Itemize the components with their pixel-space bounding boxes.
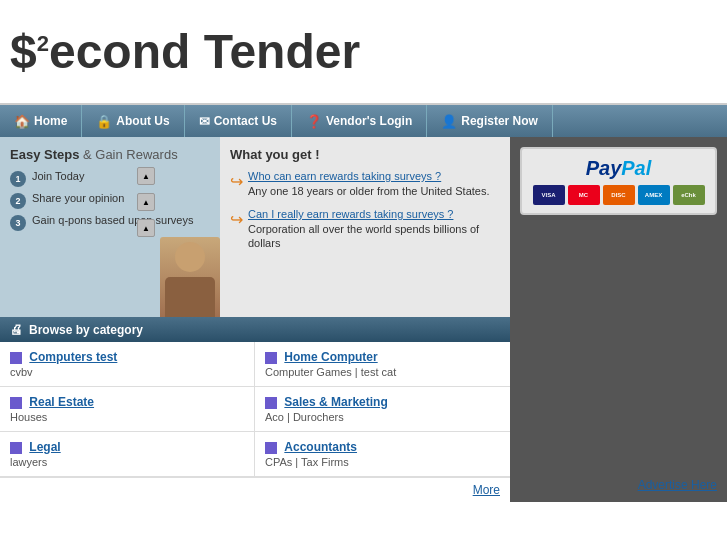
- real-estate-link[interactable]: Real Estate: [29, 395, 94, 409]
- step-1: 1 Join Today: [10, 170, 210, 187]
- browse-icon: 🖨: [10, 322, 23, 337]
- main-content: Easy Steps & Gain Rewards 1 Join Today 2…: [0, 137, 727, 502]
- person-image: [160, 237, 220, 317]
- person-body: [165, 277, 215, 317]
- nav-register[interactable]: 👤 Register Now: [427, 105, 553, 137]
- faq-item-1: ↪ Who can earn rewards taking surveys ? …: [230, 170, 500, 198]
- legal-desc: lawyers: [10, 456, 244, 468]
- faq-1-question[interactable]: Who can earn rewards taking surveys ?: [248, 170, 490, 182]
- navigation: 🏠 Home 🔒 About Us ✉ Contact Us ❓ Vendor'…: [0, 105, 727, 137]
- category-sales-marketing: Sales & Marketing Aco | Durochers: [255, 387, 510, 432]
- category-computers-test: Computers test cvbv: [0, 342, 255, 387]
- faq-2-answer: Corporation all over the world spends bi…: [248, 223, 479, 249]
- logo: $2econd Tender: [10, 28, 360, 76]
- faq-1-content: Who can earn rewards taking surveys ? An…: [248, 170, 490, 198]
- cat-icon-sales: [265, 397, 277, 409]
- computers-test-link[interactable]: Computers test: [29, 350, 117, 364]
- category-home-computer: Home Computer Computer Games | test cat: [255, 342, 510, 387]
- mastercard-icon: MC: [568, 185, 600, 205]
- logo-symbol: $: [10, 25, 37, 78]
- paypal-logo: PayPal: [530, 157, 707, 180]
- cat-icon-home-computer: [265, 352, 277, 364]
- accountants-desc: CPAs | Tax Firms: [265, 456, 500, 468]
- home-icon: 🏠: [14, 114, 30, 129]
- arrow-icon-1: ↪: [230, 172, 243, 191]
- step-2-num: 2: [10, 193, 26, 209]
- category-real-estate: Real Estate Houses: [0, 387, 255, 432]
- category-accountants: Accountants CPAs | Tax Firms: [255, 432, 510, 477]
- lock-icon: 🔒: [96, 114, 112, 129]
- sales-marketing-desc: Aco | Durochers: [265, 411, 500, 423]
- step-3-num: 3: [10, 215, 26, 231]
- nav-register-label: Register Now: [461, 114, 538, 128]
- categories-grid: Computers test cvbv Home Computer Comput…: [0, 342, 510, 477]
- cat-icon-accountants: [265, 442, 277, 454]
- nav-vendor[interactable]: ❓ Vendor's Login: [292, 105, 427, 137]
- nav-vendor-label: Vendor's Login: [326, 114, 412, 128]
- nav-contact[interactable]: ✉ Contact Us: [185, 105, 292, 137]
- scroll-btn-3[interactable]: ▲: [137, 219, 155, 237]
- accountants-link[interactable]: Accountants: [284, 440, 357, 454]
- echeck-icon: eChk: [673, 185, 705, 205]
- step-3: 3 Gain q-pons based upon surveys: [10, 214, 210, 231]
- step-1-num: 1: [10, 171, 26, 187]
- more-row: More: [0, 477, 510, 502]
- home-computer-link[interactable]: Home Computer: [284, 350, 377, 364]
- steps-title: Easy Steps & Gain Rewards: [10, 147, 210, 162]
- advertise-here-link[interactable]: Advertise Here: [638, 458, 717, 492]
- discover-icon: DISC: [603, 185, 635, 205]
- what-title: What you get !: [230, 147, 500, 162]
- mail-icon: ✉: [199, 114, 210, 129]
- cat-icon-legal: [10, 442, 22, 454]
- logo-text: econd Tender: [49, 25, 360, 78]
- nav-home[interactable]: 🏠 Home: [0, 105, 82, 137]
- question-icon: ❓: [306, 114, 322, 129]
- amex-icon: AMEX: [638, 185, 670, 205]
- scroll-btn-2[interactable]: ▲: [137, 193, 155, 211]
- nav-contact-label: Contact Us: [214, 114, 277, 128]
- faq-1-answer: Any one 18 years or older from the Unite…: [248, 185, 490, 197]
- nav-about[interactable]: 🔒 About Us: [82, 105, 184, 137]
- nav-home-label: Home: [34, 114, 67, 128]
- more-link[interactable]: More: [473, 483, 500, 497]
- step-2: 2 Share your opinion: [10, 192, 210, 209]
- sales-marketing-link[interactable]: Sales & Marketing: [284, 395, 387, 409]
- person-head: [175, 242, 205, 272]
- step-3-text: Gain q-pons based upon surveys: [32, 214, 193, 226]
- faq-2-question[interactable]: Can I really earn rewards taking surveys…: [248, 208, 500, 220]
- category-legal: Legal lawyers: [0, 432, 255, 477]
- right-panel: PayPal VISA MC DISC AMEX eChk Advertise …: [510, 137, 727, 502]
- what-column: What you get ! ↪ Who can earn rewards ta…: [220, 137, 510, 317]
- faq-item-2: ↪ Can I really earn rewards taking surve…: [230, 208, 500, 250]
- steps-title-rest: & Gain Rewards: [83, 147, 178, 162]
- visa-icon: VISA: [533, 185, 565, 205]
- cat-icon-computers: [10, 352, 22, 364]
- real-estate-desc: Houses: [10, 411, 244, 423]
- step-2-text: Share your opinion: [32, 192, 124, 204]
- person-icon: 👤: [441, 114, 457, 129]
- scroll-btn-1[interactable]: ▲: [137, 167, 155, 185]
- home-computer-desc: Computer Games | test cat: [265, 366, 500, 378]
- browse-header: 🖨 Browse by category: [0, 317, 510, 342]
- payment-icons: VISA MC DISC AMEX eChk: [530, 185, 707, 205]
- scroll-decorations: ▲ ▲ ▲: [137, 167, 155, 237]
- arrow-icon-2: ↪: [230, 210, 243, 229]
- nav-about-label: About Us: [116, 114, 169, 128]
- steps-column: Easy Steps & Gain Rewards 1 Join Today 2…: [0, 137, 220, 317]
- steps-title-bold: Easy Steps: [10, 147, 79, 162]
- computers-test-desc: cvbv: [10, 366, 244, 378]
- browse-label: Browse by category: [29, 323, 143, 337]
- cat-icon-real-estate: [10, 397, 22, 409]
- faq-2-content: Can I really earn rewards taking surveys…: [248, 208, 500, 250]
- step-1-text: Join Today: [32, 170, 84, 182]
- legal-link[interactable]: Legal: [29, 440, 60, 454]
- top-section: Easy Steps & Gain Rewards 1 Join Today 2…: [0, 137, 510, 317]
- header: $2econd Tender: [0, 0, 727, 105]
- logo-superscript: 2: [37, 31, 49, 56]
- paypal-box: PayPal VISA MC DISC AMEX eChk: [520, 147, 717, 215]
- left-panel: Easy Steps & Gain Rewards 1 Join Today 2…: [0, 137, 510, 502]
